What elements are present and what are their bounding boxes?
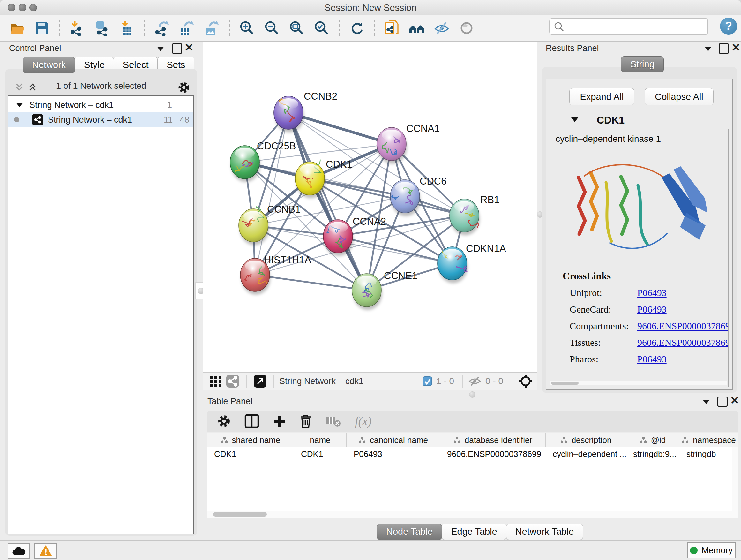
- crosslink-link[interactable]: P06493: [637, 354, 667, 365]
- entry-header[interactable]: CDK1: [546, 112, 732, 128]
- column-header-shared-name[interactable]: shared name: [207, 433, 294, 447]
- control-panel-close-icon[interactable]: ✕: [185, 43, 194, 51]
- export-table-icon[interactable]: [179, 20, 195, 37]
- network-row-label: String Network – cdk1: [48, 115, 132, 125]
- table-cell[interactable]: CDK1: [207, 447, 294, 461]
- entry-scrollbar[interactable]: [550, 381, 727, 385]
- results-panel-menu-icon[interactable]: [704, 47, 712, 51]
- table-horizontal-scrollbar[interactable]: [207, 510, 733, 518]
- column-header-@id[interactable]: @id: [626, 433, 679, 447]
- expand-all-button[interactable]: Expand All: [569, 88, 634, 105]
- zoom-in-icon[interactable]: [239, 20, 255, 37]
- crosshair-icon[interactable]: [517, 373, 534, 389]
- export-image-icon[interactable]: [204, 20, 220, 37]
- network-node-CDKN1A[interactable]: CDKN1A: [437, 243, 506, 283]
- network-node-RB1[interactable]: RB1: [450, 194, 499, 235]
- zoom-out-icon[interactable]: [264, 20, 280, 37]
- string-home-icon[interactable]: [408, 20, 425, 37]
- tab-network[interactable]: Network: [23, 57, 75, 73]
- table-cell[interactable]: CDK1: [294, 447, 347, 461]
- memory-button[interactable]: Memory: [687, 543, 736, 558]
- results-panel-float-icon[interactable]: [719, 44, 729, 54]
- table-vertical-scrollbar[interactable]: [732, 447, 738, 518]
- network-node-CCNE1[interactable]: CCNE1: [352, 270, 417, 310]
- control-panel-menu-icon[interactable]: [157, 47, 164, 51]
- zoom-fit-icon[interactable]: [288, 20, 305, 37]
- column-header-name[interactable]: name: [294, 433, 347, 447]
- network-canvas[interactable]: CCNB2CCNA1CDC25BCDK1CDC6RB1CCNB1CCNA2CDK…: [203, 42, 537, 372]
- control-panel: Control Panel ✕ NetworkStyleSelectSets 1…: [2, 42, 202, 540]
- table-cell[interactable]: 9606.ENSP00000378699: [440, 447, 546, 461]
- network-node-CCNB1[interactable]: CCNB1: [239, 204, 300, 245]
- entry-collapse-icon[interactable]: [571, 118, 578, 122]
- tab-edge-table[interactable]: Edge Table: [442, 523, 507, 540]
- export-network-icon[interactable]: [154, 20, 171, 37]
- birds-eye-view-icon[interactable]: [252, 373, 268, 389]
- add-column-icon[interactable]: [273, 415, 286, 428]
- control-panel-float-icon[interactable]: [172, 44, 182, 54]
- table-cell[interactable]: stringdb:9...: [626, 447, 679, 461]
- table-cell[interactable]: stringdb: [679, 447, 738, 461]
- crosslink-label: Pharos:: [569, 354, 637, 365]
- zoom-selected-icon[interactable]: [313, 20, 330, 37]
- selected-checkbox-icon[interactable]: [422, 376, 432, 386]
- tab-node-table[interactable]: Node Table: [377, 523, 442, 540]
- network-node-CCNB2[interactable]: CCNB2: [274, 91, 337, 132]
- clone-network-icon[interactable]: [384, 20, 400, 37]
- crosslink-link[interactable]: 9606.ENSP00000378699: [637, 320, 729, 331]
- table-options-gear-icon[interactable]: [217, 414, 231, 428]
- column-header-canonical-name[interactable]: canonical name: [347, 433, 440, 447]
- crosslink-link[interactable]: P06493: [637, 304, 667, 315]
- column-header-description[interactable]: description: [546, 433, 626, 447]
- network-share-view-icon[interactable]: [224, 373, 241, 389]
- import-table-from-file-icon[interactable]: [119, 20, 135, 37]
- column-header-database-identifier[interactable]: database identifier: [440, 433, 546, 447]
- show-columns-icon[interactable]: [245, 414, 259, 428]
- crosslink-row: Pharos:P06493: [569, 351, 729, 368]
- entry-name: CDK1: [597, 114, 624, 126]
- cloud-button[interactable]: [8, 543, 30, 559]
- delete-table-icon[interactable]: [326, 415, 341, 428]
- search-input[interactable]: [549, 18, 708, 35]
- results-entry-box: CDK1 cyclin–dependent kinase 1: [546, 112, 733, 389]
- network-options-gear-icon[interactable]: [178, 81, 190, 94]
- tab-string[interactable]: String: [621, 56, 664, 72]
- grid-view-icon[interactable]: [208, 373, 224, 389]
- network-collection-row[interactable]: String Network – cdk1 1: [8, 98, 193, 112]
- collection-expander-icon[interactable]: [16, 103, 23, 107]
- function-builder-icon[interactable]: f(x): [355, 414, 372, 428]
- sphere-icon[interactable]: [458, 20, 475, 37]
- crosslink-link[interactable]: P06493: [637, 287, 667, 298]
- hidden-eye-icon[interactable]: [468, 375, 482, 387]
- tab-network-table[interactable]: Network Table: [506, 523, 583, 540]
- network-edge[interactable]: [288, 113, 392, 144]
- warning-button[interactable]: [35, 543, 57, 559]
- collapse-all-button[interactable]: Collapse All: [645, 88, 714, 105]
- table-cell[interactable]: P06493: [347, 447, 440, 461]
- crosslink-row: GeneCard:P06493: [569, 301, 729, 318]
- network-row[interactable]: String Network – cdk1 11 48: [8, 112, 193, 127]
- table-row[interactable]: CDK1CDK1P064939606.ENSP00000378699cyclin…: [207, 447, 738, 461]
- hide-panel-eye-icon[interactable]: [433, 20, 450, 37]
- network-current-dot-icon: [14, 117, 19, 122]
- open-session-icon[interactable]: [9, 20, 25, 37]
- crosslink-row: Uniprot:P06493: [569, 285, 729, 301]
- refresh-icon[interactable]: [348, 20, 365, 37]
- help-icon[interactable]: ?: [720, 17, 737, 35]
- table-panel-float-icon[interactable]: [718, 396, 728, 407]
- column-header-namespace[interactable]: namespace: [679, 433, 738, 447]
- table-cell[interactable]: cyclin–dependent ...: [546, 447, 626, 461]
- table-panel-close-icon[interactable]: ✕: [730, 396, 739, 405]
- network-node-HIST1H1A[interactable]: HIST1H1A: [240, 254, 311, 295]
- network-node-CCNA1[interactable]: CCNA1: [377, 123, 440, 164]
- import-network-from-database-icon[interactable]: [94, 20, 111, 37]
- crosslink-link[interactable]: 9606.ENSP00000378699: [637, 337, 729, 348]
- delete-column-icon[interactable]: [299, 414, 312, 428]
- network-edge-count: 48: [180, 115, 189, 125]
- results-panel-close-icon[interactable]: ✕: [731, 43, 741, 51]
- save-session-icon[interactable]: [34, 20, 51, 37]
- namespace-tree-icon: [453, 436, 461, 443]
- import-network-from-file-icon[interactable]: [69, 20, 85, 37]
- network-edge[interactable]: [255, 275, 367, 290]
- table-panel-menu-icon[interactable]: [703, 400, 710, 404]
